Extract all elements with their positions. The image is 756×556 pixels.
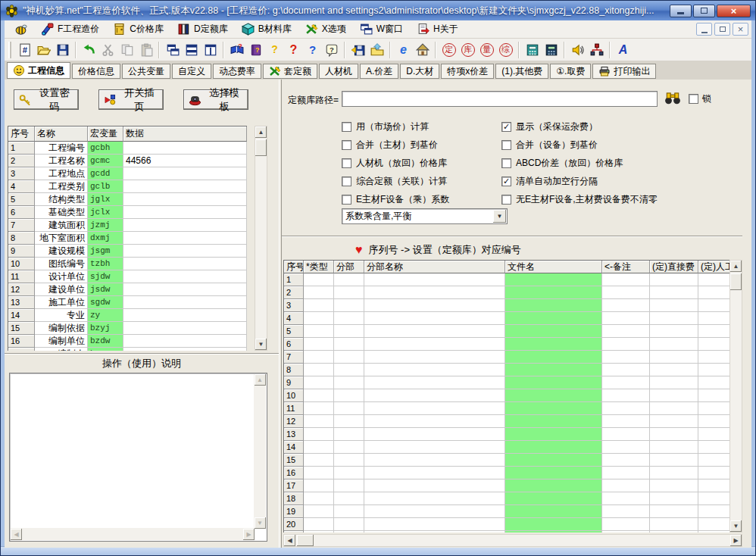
filename-cell[interactable]	[505, 351, 602, 364]
empty-cell[interactable]	[304, 325, 334, 338]
row-number[interactable]: 7	[8, 219, 35, 232]
empty-cell[interactable]	[602, 479, 650, 492]
empty-cell[interactable]	[698, 273, 729, 286]
empty-cell[interactable]	[602, 441, 650, 454]
toolbar-question-yellow-button[interactable]: ?	[265, 40, 284, 59]
empty-cell[interactable]	[364, 286, 505, 299]
empty-cell[interactable]	[364, 415, 505, 428]
name-cell[interactable]: 工程地点	[35, 167, 88, 180]
tab-dynamic-rate[interactable]: 动态费率	[213, 64, 261, 79]
filename-cell[interactable]	[505, 312, 602, 325]
menu-item-price-lib[interactable]: C价格库	[106, 21, 170, 37]
mdi-minimize-button[interactable]	[696, 23, 712, 36]
empty-cell[interactable]	[602, 505, 650, 518]
variables-table-scrollbar[interactable]: ▲ ▼	[255, 126, 267, 351]
row-number[interactable]: 6	[8, 206, 35, 219]
empty-cell[interactable]	[364, 454, 505, 467]
empty-cell[interactable]	[698, 402, 729, 415]
empty-cell[interactable]	[334, 351, 364, 364]
choose-template-button[interactable]: 选择模板	[183, 89, 248, 110]
empty-cell[interactable]	[364, 467, 505, 479]
empty-cell[interactable]	[304, 492, 334, 505]
empty-cell[interactable]	[698, 492, 729, 505]
unchecked-checkbox[interactable]	[342, 140, 351, 150]
empty-cell[interactable]	[364, 299, 505, 312]
toolbar-question-red-button[interactable]: ?	[284, 40, 303, 59]
empty-cell[interactable]	[334, 338, 364, 351]
scroll-right-icon[interactable]: ▶	[243, 529, 255, 540]
scroll-up-icon[interactable]: ▲	[730, 261, 742, 272]
empty-cell[interactable]	[602, 273, 650, 286]
empty-cell[interactable]	[304, 428, 334, 441]
empty-cell[interactable]	[364, 492, 505, 505]
empty-cell[interactable]	[698, 299, 729, 312]
row-number[interactable]: 10	[284, 389, 304, 402]
data-cell[interactable]	[123, 180, 247, 193]
data-cell[interactable]	[123, 219, 247, 232]
toolbar-save-export-button[interactable]	[348, 40, 367, 59]
empty-cell[interactable]	[698, 312, 729, 325]
toolbar-book-purple-button[interactable]: ?	[246, 40, 265, 59]
empty-cell[interactable]	[334, 312, 364, 325]
empty-cell[interactable]	[334, 441, 364, 454]
empty-cell[interactable]	[650, 286, 698, 299]
scroll-right-icon[interactable]: ▶	[730, 535, 742, 546]
toolbar-calculator-button[interactable]	[523, 40, 542, 59]
row-number[interactable]: 14	[8, 309, 35, 322]
empty-cell[interactable]	[698, 338, 729, 351]
data-cell[interactable]	[123, 322, 247, 335]
toolbar-ie-button[interactable]: e	[394, 40, 413, 59]
empty-cell[interactable]	[698, 376, 729, 389]
toolbar-undo-button[interactable]	[80, 40, 98, 59]
name-cell[interactable]: 编制依据	[35, 322, 88, 335]
empty-cell[interactable]	[334, 402, 364, 415]
empty-cell[interactable]	[698, 415, 729, 428]
empty-cell[interactable]	[304, 402, 334, 415]
mdi-restore-button[interactable]	[714, 23, 730, 36]
name-cell[interactable]: 工程类别	[35, 180, 88, 193]
toolbar-paste-button[interactable]	[136, 40, 155, 59]
tab-other-fee[interactable]: (1).其他费	[495, 64, 548, 79]
filename-cell[interactable]	[505, 441, 602, 454]
empty-cell[interactable]	[650, 505, 698, 518]
row-number[interactable]: 4	[284, 312, 304, 325]
files-table-vscrollbar[interactable]: ▲ ▼	[729, 260, 742, 533]
macro-cell[interactable]: dxmj	[88, 232, 123, 245]
row-number[interactable]: 14	[284, 441, 304, 454]
row-number[interactable]: 11	[284, 402, 304, 415]
empty-cell[interactable]	[304, 467, 334, 479]
toolbar-grip[interactable]	[8, 42, 11, 58]
row-number[interactable]: 10	[8, 258, 35, 270]
scroll-down-icon[interactable]: ▼	[255, 517, 266, 529]
empty-cell[interactable]	[304, 364, 334, 376]
filename-cell[interactable]	[505, 325, 602, 338]
tab-a-price-diff[interactable]: A.价差	[360, 64, 398, 79]
coefficient-dropdown[interactable]: 系数乘含量,平衡 ▼	[342, 208, 508, 224]
row-number[interactable]: 16	[8, 335, 35, 348]
data-cell[interactable]	[123, 142, 247, 155]
empty-cell[interactable]	[602, 428, 650, 441]
empty-cell[interactable]	[650, 454, 698, 467]
empty-cell[interactable]	[650, 479, 698, 492]
filename-cell[interactable]	[505, 454, 602, 467]
row-number[interactable]: 15	[8, 322, 35, 335]
empty-cell[interactable]	[650, 467, 698, 479]
filename-cell[interactable]	[505, 338, 602, 351]
toolbar-help-book-button[interactable]: ?	[227, 40, 246, 59]
row-number[interactable]: 8	[284, 364, 304, 376]
data-cell[interactable]	[123, 206, 247, 219]
row-number[interactable]: 3	[8, 167, 35, 180]
title-bar[interactable]: "神机妙算.net"工程造价软件、正式.版本v22.88 - [工程造价: g:…	[1, 1, 755, 20]
name-cell[interactable]: 工程编号	[35, 142, 88, 155]
toolbar-question-blue-button[interactable]: ?	[303, 40, 322, 59]
close-button[interactable]: ×	[717, 5, 751, 17]
empty-cell[interactable]	[364, 364, 505, 376]
empty-cell[interactable]	[650, 325, 698, 338]
toolbar-folder-export-button[interactable]	[367, 40, 386, 59]
unchecked-checkbox[interactable]	[501, 140, 511, 150]
row-number[interactable]: 1	[284, 273, 304, 286]
macro-cell[interactable]: sjdw	[88, 270, 123, 283]
empty-cell[interactable]	[650, 273, 698, 286]
filename-cell[interactable]	[505, 467, 602, 479]
toolbar-circle-ku-button[interactable]: 库	[458, 40, 477, 59]
